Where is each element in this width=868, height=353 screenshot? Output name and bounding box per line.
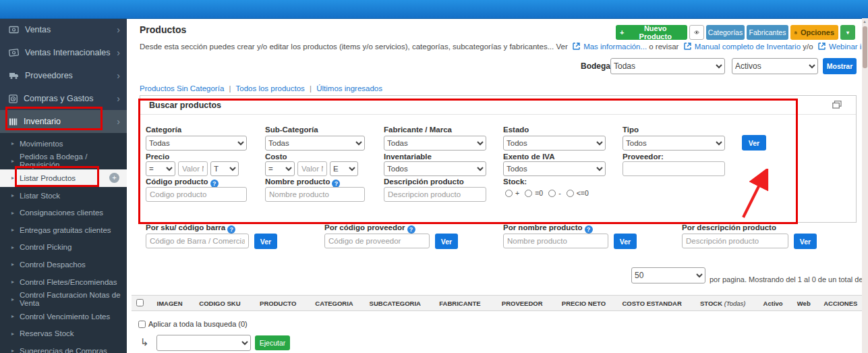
sidebar-subitem-consignaciones[interactable]: ▸ Consignaciones clientes — [0, 204, 127, 221]
stock-radio-positive[interactable] — [505, 190, 513, 197]
sidebar-subitem-listar-productos[interactable]: ▸ Listar Productos + — [0, 169, 127, 187]
sidebar-item-proveedores[interactable]: Proveedores › — [0, 64, 127, 87]
price-value-input[interactable] — [178, 161, 208, 176]
sidebar-item-compras-gastos[interactable]: Compras y Gastos › — [0, 87, 127, 110]
iva-select[interactable]: Todos — [503, 161, 606, 176]
sidebar-item-ventas-internacionales[interactable]: Ventas Internacionales › — [0, 41, 127, 64]
execute-button[interactable]: Ejecutar — [255, 335, 290, 350]
sidebar-subitem-control-despachos[interactable]: ▸ Control Despachos — [0, 256, 127, 273]
help-icon[interactable]: ? — [227, 225, 235, 234]
product-name-input[interactable] — [265, 187, 365, 202]
search-panel-title: Buscar productos — [149, 101, 221, 110]
sidebar-subitem-control-fletes[interactable]: ▸ Control Fletes/Encomiendas — [0, 273, 127, 291]
col-proveedor[interactable]: PROVEEDOR — [492, 300, 553, 307]
options-caret-button[interactable]: ▾ — [840, 25, 855, 40]
stock-radio-zero[interactable] — [525, 190, 532, 197]
help-icon[interactable]: ? — [407, 225, 415, 234]
subcategory-label: Sub-Categoría — [265, 126, 318, 134]
col-fabricante[interactable]: FABRICANTE — [428, 300, 491, 307]
select-all-checkbox[interactable] — [136, 299, 144, 306]
bulk-action-select[interactable] — [156, 335, 251, 351]
help-icon[interactable]: ? — [585, 225, 593, 234]
sidebar-subitem-pedidos-bodega[interactable]: ▸ Pedidos a Bodega / Requisición — [0, 153, 127, 170]
col-activo[interactable]: Activo — [756, 300, 790, 307]
provider-input[interactable] — [623, 161, 725, 176]
col-acciones[interactable]: ACCIONES — [818, 300, 863, 307]
cost-label: Costo — [265, 153, 287, 161]
sidebar-item-ventas[interactable]: Ventas › — [0, 18, 127, 41]
sidebar-submenu: ▸ Movimientos ▸ Pedidos a Bodega / Requi… — [0, 133, 127, 353]
name-search-ver-button[interactable]: Ver — [614, 234, 637, 249]
show-button[interactable]: Mostrar — [823, 58, 857, 74]
product-desc-input[interactable] — [384, 187, 486, 202]
product-code-input[interactable] — [146, 187, 247, 202]
sidebar-subitem-reservas-stock[interactable]: ▸ Reservas Stock — [0, 325, 127, 343]
add-product-icon[interactable]: + — [109, 173, 119, 183]
type-select[interactable]: Todos — [623, 136, 725, 151]
col-categoria[interactable]: CATEGORIA — [307, 300, 361, 307]
stock-radio-lte-zero[interactable] — [567, 190, 574, 197]
subcategory-select[interactable]: Todas — [265, 136, 365, 151]
state-select[interactable]: Todos — [503, 136, 606, 151]
provider-code-ver-button[interactable]: Ver — [435, 234, 458, 249]
sku-search-input[interactable] — [146, 234, 249, 248]
sidebar-item-label: Ventas Internacionales — [25, 48, 111, 57]
link-manual-inventario[interactable]: Manual completo de Inventario — [695, 43, 801, 51]
provider-code-search-input[interactable] — [324, 234, 430, 248]
submenu-arrow-icon: ▸ — [11, 348, 14, 353]
col-precio-neto[interactable]: PRECIO NETO — [553, 300, 614, 307]
external-link-icon — [818, 43, 826, 51]
cost-operator-select[interactable]: = — [265, 161, 295, 176]
sidebar-item-inventario[interactable]: Inventario › — [0, 110, 127, 133]
money-intl-icon — [9, 49, 19, 57]
options-button[interactable]: Opciones — [790, 25, 838, 40]
link-sin-categoria[interactable]: Productos Sin Categoría — [140, 84, 224, 92]
scroll-up-icon[interactable]: ▲ — [863, 20, 867, 24]
col-codigo-sku[interactable]: CODIGO SKU — [190, 300, 249, 307]
sidebar-subitem-listar-stock[interactable]: ▸ Listar Stock — [0, 187, 127, 205]
sidebar-subitem-label: Control Despachos — [20, 261, 86, 269]
desc-search-input[interactable] — [682, 234, 788, 248]
categories-button[interactable]: Categorías — [706, 25, 745, 40]
sidebar-subitem-label: Pedidos a Bodega / Requisición — [20, 153, 127, 169]
bodega-select[interactable]: Todas — [610, 58, 725, 74]
vertical-scrollbar[interactable]: ▲ — [862, 18, 868, 353]
visibility-button[interactable] — [689, 25, 704, 40]
new-product-button[interactable]: + Nuevo Producto — [616, 25, 687, 40]
sidebar-subitem-control-picking[interactable]: ▸ Control Picking — [0, 239, 127, 256]
status-select[interactable]: Activos — [732, 58, 818, 74]
chevron-right-icon: › — [117, 48, 120, 57]
inventariable-select[interactable]: Todos — [384, 161, 486, 176]
scrollbar-thumb[interactable] — [863, 26, 867, 68]
sidebar-subitem-entregas-gratuitas[interactable]: ▸ Entregas gratuitas clientes — [0, 221, 127, 239]
col-costo-estandar[interactable]: COSTO ESTANDAR — [614, 300, 689, 307]
sidebar-subitem-movimientos[interactable]: ▸ Movimientos — [0, 135, 127, 153]
desc-search-ver-button[interactable]: Ver — [794, 234, 817, 249]
col-subcategoria[interactable]: SUBCATEGORIA — [361, 300, 428, 307]
col-imagen[interactable]: IMAGEN — [149, 300, 190, 307]
sidebar-subitem-control-vencimiento[interactable]: ▸ Control Vencimiento Lotes — [0, 308, 127, 325]
popup-window-icon[interactable] — [832, 99, 842, 111]
per-page-select[interactable]: 50 — [631, 267, 705, 283]
manufacturers-button[interactable]: Fabricantes — [747, 25, 788, 40]
sidebar-subitem-sugerencias-compras[interactable]: ▸ Sugerencias de Compras — [0, 342, 127, 353]
link-mas-informacion[interactable]: Mas información... — [583, 43, 647, 51]
name-search-input[interactable] — [503, 234, 608, 248]
cost-unit-select[interactable]: E — [330, 161, 358, 176]
apply-all-row: Aplicar a toda la busqueda (0) — [138, 320, 248, 328]
link-ultimos-ingresados[interactable]: Últimos ingresados — [316, 84, 382, 92]
col-producto[interactable]: PRODUCTO — [250, 300, 307, 307]
brand-select[interactable]: Todas — [384, 136, 486, 151]
cost-value-input[interactable] — [297, 161, 327, 176]
col-stock[interactable]: STOCK (Todas) — [689, 300, 756, 307]
link-todos-productos[interactable]: Todos los productos — [236, 84, 305, 92]
price-operator-select[interactable]: = — [146, 161, 175, 176]
sku-search-ver-button[interactable]: Ver — [254, 234, 277, 249]
search-ver-button[interactable]: Ver — [742, 135, 766, 151]
stock-radio-negative[interactable] — [548, 190, 556, 197]
sidebar-subitem-control-facturacion[interactable]: ▸ Control Facturacion Notas de Venta — [0, 290, 127, 308]
category-select[interactable]: Todas — [146, 136, 247, 151]
apply-all-checkbox[interactable] — [138, 321, 146, 328]
price-unit-select[interactable]: T — [210, 161, 239, 176]
col-web[interactable]: Web — [790, 300, 818, 307]
